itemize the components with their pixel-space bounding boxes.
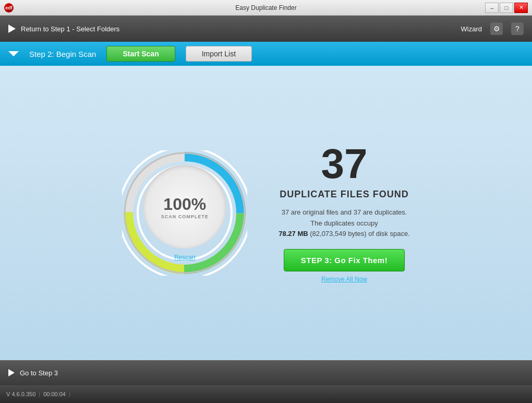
- back-label: Return to Step 1 - Select Folders: [21, 25, 119, 33]
- duplicate-title: DUPLICATE FILES FOUND: [280, 189, 409, 200]
- duplicate-count: 37: [321, 143, 368, 185]
- help-icon[interactable]: ?: [511, 22, 524, 35]
- title-bar: edf Easy Duplicate Finder – □ ✕: [0, 0, 532, 16]
- back-nav[interactable]: Return to Step 1 - Select Folders: [8, 25, 119, 33]
- restore-button[interactable]: □: [500, 3, 513, 13]
- app-logo: edf: [4, 3, 14, 13]
- start-scan-button[interactable]: Start Scan: [106, 46, 175, 62]
- status-divider1: |: [39, 391, 40, 397]
- step3-button[interactable]: STEP 3: Go Fix Them!: [284, 249, 405, 271]
- step-sublabel: Begin Scan: [56, 50, 96, 58]
- rescan-link[interactable]: Rescan: [174, 254, 196, 261]
- remove-all-link[interactable]: Remove All Now: [321, 276, 367, 283]
- import-list-button[interactable]: Import List: [186, 46, 252, 62]
- status-bar: V 4.6.0.350 | 00:00:04 |: [0, 385, 532, 403]
- dup-size-mb: 78.27 MB: [279, 230, 308, 238]
- close-button[interactable]: ✕: [514, 3, 528, 13]
- gear-icon[interactable]: ⚙: [490, 22, 503, 35]
- status-divider2: |: [69, 391, 70, 397]
- step-label: Step 2: Begin Scan: [29, 50, 96, 58]
- title-bar-title: Easy Duplicate Finder: [235, 4, 296, 11]
- scan-complete-label: SCAN COMPLETE: [161, 214, 209, 219]
- results-panel: 37 DUPLICATE FILES FOUND 37 are original…: [279, 143, 410, 283]
- version-text: V 4.6.0.350: [6, 391, 35, 397]
- wizard-button[interactable]: Wizard: [461, 25, 482, 33]
- duplicate-description: 37 are original files and 37 are duplica…: [279, 207, 410, 240]
- back-play-icon: [8, 25, 16, 33]
- scan-percent: 100%: [163, 195, 206, 214]
- nav-right: Wizard ⚙ ?: [461, 22, 524, 35]
- title-bar-left: edf: [4, 3, 14, 13]
- time-text: 00:00:04: [43, 391, 66, 397]
- step-number: Step 2:: [29, 50, 54, 58]
- minimize-button[interactable]: –: [485, 3, 499, 13]
- desc-line3-mid: (82,073,549 bytes) of disk space.: [308, 230, 410, 238]
- bottom-nav-label[interactable]: Go to Step 3: [20, 369, 58, 377]
- main-content: 100% SCAN COMPLETE Rescan 37 DUPLICATE F…: [0, 66, 532, 360]
- desc-mid1: are original files and: [289, 208, 354, 216]
- step-chevron-icon: [8, 51, 19, 56]
- desc-end1: are duplicates.: [361, 208, 407, 216]
- step-bar: Step 2: Begin Scan Start Scan Import Lis…: [0, 42, 532, 66]
- circle-inner: 100% SCAN COMPLETE: [143, 165, 226, 248]
- dup-count2: 37: [354, 208, 361, 216]
- scan-progress-circle: 100% SCAN COMPLETE Rescan: [122, 150, 247, 276]
- nav-bar: Return to Step 1 - Select Folders Wizard…: [0, 16, 532, 42]
- title-bar-controls: – □ ✕: [485, 3, 528, 13]
- bottom-play-icon: [8, 369, 15, 376]
- orig-count: 37: [282, 208, 289, 216]
- bottom-nav: Go to Step 3: [0, 360, 532, 385]
- desc-line2: The duplicates occupy: [310, 219, 378, 227]
